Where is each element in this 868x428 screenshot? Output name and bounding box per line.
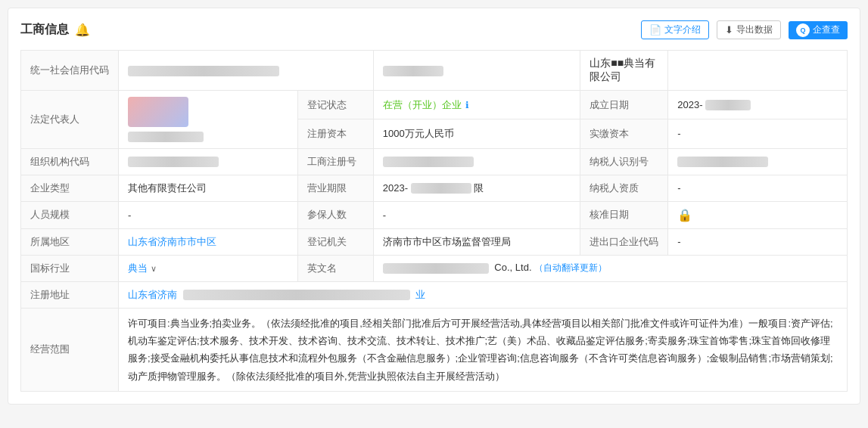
industry-link[interactable]: 典当 <box>128 262 148 274</box>
blurred-code2-value <box>383 66 443 76</box>
import-export-label: 进出口企业代码 <box>580 228 668 255</box>
insured-count-label: 参保人数 <box>297 201 373 228</box>
legal-rep-value <box>119 91 298 149</box>
region-link[interactable]: 山东省济南市市中区 <box>128 236 216 247</box>
header-right: 📄 文字介绍 ⬇ 导出数据 Q 企查查 <box>641 20 848 39</box>
paid-capital-label: 实缴资本 <box>580 119 668 148</box>
company-type-value: 其他有限责任公司 <box>119 175 298 201</box>
biz-scope-label: 经营范围 <box>21 308 119 392</box>
blurred-biz-reg <box>383 157 474 167</box>
blurred-address <box>183 290 410 300</box>
table-row-biz-scope: 经营范围 许可项目:典当业务;拍卖业务。（依法须经批准的项目,经相关部门批准后方… <box>21 308 848 392</box>
english-name-value: Co., Ltd. （自动翻译更新） <box>373 255 847 281</box>
company-name: 山东■■典当有限公司 <box>590 57 655 82</box>
table-row-reg-address: 注册地址 山东省济南 业 <box>21 281 848 308</box>
table-row-staff: 人员规模 - 参保人数 - 核准日期 🔒 <box>21 201 848 228</box>
found-date-label: 成立日期 <box>580 91 668 119</box>
found-date-value: 2023- <box>668 91 848 119</box>
table-row-org-code: 组织机构代码 工商注册号 纳税人识别号 <box>21 148 848 175</box>
region-value: 山东省济南市市中区 <box>119 228 298 255</box>
biz-period-label: 营业期限 <box>297 175 373 201</box>
company-type-label: 企业类型 <box>21 175 119 201</box>
biz-reg-value <box>373 148 580 175</box>
company-name-cell: 山东■■典当有限公司 <box>580 51 668 91</box>
text-intro-label: 文字介绍 <box>664 23 701 36</box>
reg-status-label: 登记状态 <box>297 91 373 119</box>
table-row-credit-code: 统一社会信用代码 山东■■典当有限公司 <box>21 51 848 91</box>
english-name-suffix: Co., Ltd. <box>494 262 531 273</box>
export-icon: ⬇ <box>725 24 733 36</box>
reg-authority-value: 济南市市中区市场监督管理局 <box>373 228 580 255</box>
blurred-code2 <box>373 51 580 91</box>
blurred-english-name <box>383 263 489 274</box>
blurred-tax-id <box>677 157 768 167</box>
dropdown-arrow-icon: ∨ <box>151 264 157 273</box>
unified-credit-code-label: 统一社会信用代码 <box>21 51 119 91</box>
table-row-industry: 国标行业 典当 ∨ 英文名 Co., Ltd. （自动翻译更新） <box>21 255 848 281</box>
info-icon: ℹ <box>465 100 469 110</box>
reg-capital-value: 1000万元人民币 <box>373 119 580 148</box>
export-label: 导出数据 <box>736 23 773 36</box>
legal-rep-image <box>128 97 188 127</box>
table-row-region: 所属地区 山东省济南市市中区 登记机关 济南市市中区市场监督管理局 进出口企业代… <box>21 228 848 255</box>
blurred-found-date <box>705 100 751 110</box>
staff-scale-label: 人员规模 <box>21 201 119 228</box>
header-left: 工商信息 🔔 <box>20 22 90 38</box>
qicha-label: 企查查 <box>813 23 840 36</box>
tax-qualification-label: 纳税人资质 <box>580 175 668 201</box>
reg-authority-label: 登记机关 <box>297 228 373 255</box>
text-intro-button[interactable]: 📄 文字介绍 <box>641 20 709 39</box>
auto-translate-label[interactable]: （自动翻译更新） <box>534 262 607 273</box>
page-title: 工商信息 <box>20 22 69 38</box>
biz-scope-value: 许可项目:典当业务;拍卖业务。（依法须经批准的项目,经相关部门批准后方可开展经营… <box>119 308 848 392</box>
qicha-logo-text: Q <box>800 26 805 34</box>
blurred-rep-name <box>128 132 204 142</box>
table-row-legal-rep: 法定代表人 登记状态 在营（开业）企业 ℹ 成立日期 2023- <box>21 91 848 119</box>
reg-capital-label: 注册资本 <box>297 119 373 148</box>
reg-status-text: 在营（开业）企业 <box>383 99 462 110</box>
approved-date-value: 🔒 <box>668 201 848 228</box>
export-button[interactable]: ⬇ 导出数据 <box>717 20 781 39</box>
qicha-logo: Q <box>796 23 810 37</box>
page-header: 工商信息 🔔 📄 文字介绍 ⬇ 导出数据 Q 企查查 <box>20 20 848 39</box>
blurred-org-code <box>128 157 219 167</box>
org-code-label: 组织机构代码 <box>21 148 119 175</box>
main-container: 工商信息 🔔 📄 文字介绍 ⬇ 导出数据 Q 企查查 统一社 <box>8 8 860 405</box>
biz-scope-text: 许可项目:典当业务;拍卖业务。（依法须经批准的项目,经相关部门批准后方可开展经营… <box>128 318 833 382</box>
reg-status-value: 在营（开业）企业 ℹ <box>373 91 580 119</box>
biz-link[interactable]: 业 <box>415 289 425 300</box>
lock-icon: 🔒 <box>677 209 692 222</box>
paid-capital-value: - <box>668 119 848 148</box>
bell-icon: 🔔 <box>75 23 90 37</box>
biz-reg-label: 工商注册号 <box>297 148 373 175</box>
qicha-button[interactable]: Q 企查查 <box>789 21 848 39</box>
table-row-company-type: 企业类型 其他有限责任公司 营业期限 2023- 限 纳税人资质 - <box>21 175 848 201</box>
insured-count-value: - <box>373 201 580 228</box>
org-code-value <box>119 148 298 175</box>
staff-scale-value: - <box>119 201 298 228</box>
approved-date-label: 核准日期 <box>580 201 668 228</box>
blurred-biz-period <box>411 183 471 194</box>
import-export-value: - <box>668 228 848 255</box>
region-label: 所属地区 <box>21 228 119 255</box>
industry-label: 国标行业 <box>21 255 119 281</box>
tax-id-label: 纳税人识别号 <box>580 148 668 175</box>
reg-address-link[interactable]: 山东省济南 业 <box>128 289 425 300</box>
found-date-text: 2023- <box>677 99 751 110</box>
biz-period-value: 2023- 限 <box>373 175 580 201</box>
info-table: 统一社会信用代码 山东■■典当有限公司 法定代表人 登记状态 <box>20 50 848 392</box>
reg-address-value: 山东省济南 业 <box>119 281 848 308</box>
english-name-label: 英文名 <box>297 255 373 281</box>
text-icon: 📄 <box>649 24 661 36</box>
tax-qualification-value: - <box>668 175 848 201</box>
industry-value: 典当 ∨ <box>119 255 298 281</box>
reg-address-label: 注册地址 <box>21 281 119 308</box>
unified-credit-code-value <box>119 51 374 91</box>
tax-id-value <box>668 148 848 175</box>
blurred-credit-code <box>128 66 279 76</box>
legal-rep-label: 法定代表人 <box>21 91 119 149</box>
